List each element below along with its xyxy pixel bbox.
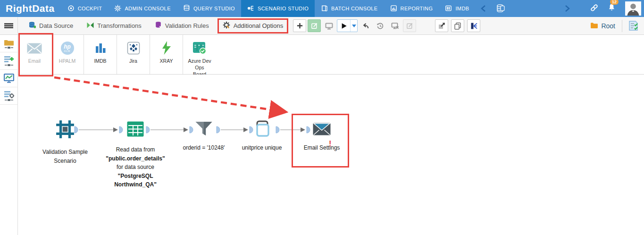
nav-label: ADMIN CONSOLE [125,6,171,11]
xray-lightning-icon [150,40,183,56]
open-external-button[interactable] [435,19,448,32]
columns-icon [445,5,452,13]
menu-label: Additional Options [234,22,284,29]
nav-label: IMDB [455,6,469,11]
node-read-data[interactable]: Read data from "public.order_details" fo… [100,121,171,189]
node-validation-sample-scenario[interactable]: Validation SampleScenario [34,119,96,165]
flow-icon [247,5,254,13]
table-icon [127,121,144,137]
palette-item-hpalm[interactable]: hpALM HPALM [51,35,84,74]
toolbar-buttons [293,19,416,32]
add-button[interactable] [293,19,306,32]
funnel-icon [195,121,213,137]
palette-item-email[interactable]: Email [18,35,51,74]
export-results-button[interactable] [388,19,401,32]
sidebar-folder-tree-icon[interactable] [0,35,17,52]
palette-label: HPALM [56,58,79,64]
data-source-icon [28,21,36,31]
chevron-right-icon[interactable] [560,5,575,12]
error-exclamation: ! [329,140,331,148]
menu-label: Validation Rules [165,22,209,29]
palette-label: XRAY [155,58,178,64]
nav-imdb[interactable]: IMDB [439,0,475,17]
copy-button[interactable] [451,19,464,32]
menu-validation-rules[interactable]: Validation Rules [152,19,212,33]
nav-label: REPORTING [401,6,433,11]
menu-label: Data Source [39,22,73,29]
hpalm-icon: hpALM [51,40,84,56]
node-unitprice-unique[interactable]: unitprice unique [231,120,293,152]
palette-item-imdb[interactable]: IMDB [84,35,117,74]
run-button[interactable] [337,20,350,32]
top-navigation-bar: RightData COCKPIT ADMIN CONSOLE QUERY ST… [0,0,644,17]
run-button-group [337,19,358,32]
topbar-right-actions: 12 [590,1,644,16]
menu-transformations[interactable]: Transformations [84,19,144,33]
validation-checklist-icon[interactable] [622,20,644,32]
menu-label: Transformations [97,22,141,29]
user-avatar[interactable] [625,1,641,16]
imdb-bars-icon [84,40,117,56]
nav-label: BATCH CONSOLE [331,6,378,11]
nav-label: SCENARIO STUDIO [258,6,309,11]
hamburger-menu-icon[interactable] [0,17,18,34]
palette-item-azure-devops-board[interactable]: Azure Dev Ops Board [183,35,216,74]
rightdata-logo[interactable]: RightData [0,3,61,14]
link-icon[interactable] [590,4,598,14]
database-icon [183,5,190,13]
monitor-button[interactable] [322,19,335,32]
toolbar-right: Root [584,17,644,34]
undo-button[interactable] [359,19,372,32]
nav-scenario-studio[interactable]: SCENARIO STUDIO [241,0,315,17]
duplicate-check-icon [253,120,271,137]
toolbar: Data Source Transformations Validation R… [0,17,644,35]
palette-label: Jira [122,58,145,64]
fanout-button[interactable] [467,19,480,32]
menu-data-source[interactable]: Data Source [25,19,76,33]
palette-label: IMDB [89,58,112,64]
jira-icon [117,40,150,56]
scenario-studio-page: RightData COCKPIT ADMIN CONSOLE QUERY ST… [0,0,644,235]
root-label: Root [601,22,615,30]
history-button[interactable] [374,19,387,32]
folder-icon [590,22,598,30]
chevron-left-icon[interactable] [476,5,491,12]
left-sidebar [0,35,18,235]
sidebar-scenario-settings-icon[interactable] [0,87,17,105]
run-dropdown-arrow[interactable] [350,20,357,32]
component-palette: Email hpALM HPALM IMDB Jira XRAY Azure D… [18,35,644,75]
root-folder-button[interactable]: Root [584,22,622,30]
bar-chart-icon [390,5,397,13]
batch-icon [321,5,328,13]
notifications-bell[interactable]: 12 [608,3,616,14]
email-settings-icon [313,123,331,135]
nav-batch-console[interactable]: BATCH CONSOLE [315,0,384,17]
frame-icon [55,119,75,139]
palette-item-xray[interactable]: XRAY [150,35,183,74]
nav-admin-console[interactable]: ADMIN CONSOLE [108,0,177,17]
edit-button[interactable] [308,19,321,32]
scenario-canvas[interactable]: Validation SampleScenario Read data from… [18,75,644,235]
transformations-icon [86,22,94,30]
palette-label: Email [23,58,46,64]
azure-board-icon [183,40,216,56]
sidebar-monitor-chart-icon[interactable] [0,70,17,87]
cockpit-icon [67,5,75,13]
database-stack-icon[interactable] [491,4,510,13]
nav-query-studio[interactable]: QUERY STUDIO [177,0,241,17]
additional-options-gear-icon [223,21,231,31]
nav-cockpit[interactable]: COCKPIT [61,0,109,17]
edit-disabled-button[interactable] [403,19,416,32]
sidebar-add-scenario-icon[interactable] [0,52,17,70]
palette-item-jira[interactable]: Jira [117,35,150,74]
toolbar-buttons-secondary [435,19,480,32]
validation-rules-icon [155,21,162,31]
node-filter-orderid[interactable]: orderid = '10248' [173,121,234,152]
nav-label: COCKPIT [78,6,102,11]
nav-label: QUERY STUDIO [193,6,235,11]
notification-badge: 12 [610,0,619,5]
node-email-settings[interactable]: ! Email Settings [291,123,352,152]
menu-additional-options[interactable]: Additional Options [217,18,289,34]
gear-icon [114,5,121,13]
nav-reporting[interactable]: REPORTING [384,0,439,17]
